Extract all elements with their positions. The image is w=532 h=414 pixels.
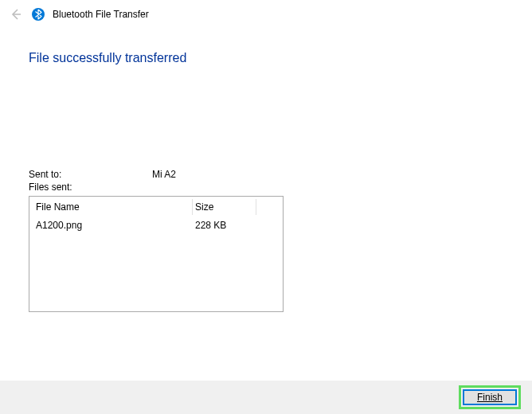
finish-highlight-box: Finish <box>459 385 521 409</box>
column-header-size[interactable]: Size <box>195 201 255 213</box>
footer-bar: Finish <box>0 381 532 414</box>
column-header-name[interactable]: File Name <box>36 201 195 213</box>
files-sent-row: Files sent: <box>29 182 503 193</box>
sent-to-value: Mi A2 <box>152 169 176 180</box>
back-arrow-icon[interactable] <box>8 6 24 22</box>
sent-to-row: Sent to: Mi A2 <box>29 169 503 180</box>
status-heading: File successfully transferred <box>29 51 503 65</box>
files-sent-label: Files sent: <box>29 182 152 193</box>
bluetooth-icon <box>32 8 45 21</box>
files-table: File Name Size A1200.png 228 KB <box>29 196 284 312</box>
cell-file-size: 228 KB <box>195 220 255 231</box>
finish-button[interactable]: Finish <box>463 389 517 405</box>
sent-to-label: Sent to: <box>29 169 152 180</box>
main-content: File successfully transferred Sent to: M… <box>0 51 532 312</box>
cell-file-name: A1200.png <box>36 220 195 231</box>
window-title: Bluetooth File Transfer <box>53 9 149 20</box>
column-divider-icon <box>192 199 193 215</box>
window-header: Bluetooth File Transfer <box>0 0 532 29</box>
column-divider-icon <box>256 199 256 215</box>
table-row[interactable]: A1200.png 228 KB <box>29 217 283 233</box>
files-table-header: File Name Size <box>29 197 283 217</box>
